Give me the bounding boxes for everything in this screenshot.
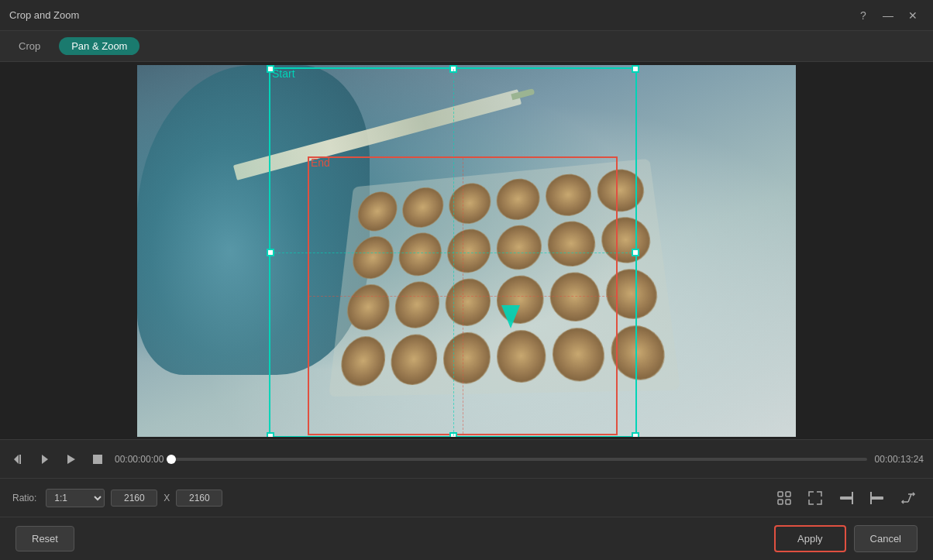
title-bar-right: ? — ✕ <box>852 5 924 26</box>
well-1 <box>356 190 398 232</box>
playback-bar: 00:00:00:00 00:00:13:24 <box>0 439 933 478</box>
well-plate <box>329 158 680 396</box>
align-right-button[interactable] <box>834 487 859 509</box>
well-18 <box>604 267 660 320</box>
svg-rect-7 <box>778 500 783 504</box>
svg-rect-11 <box>871 496 883 500</box>
help-button[interactable]: ? <box>852 5 874 26</box>
well-9 <box>446 227 491 273</box>
title-bar-left: Crop and Zoom <box>9 9 79 21</box>
timeline-thumb[interactable] <box>167 455 176 464</box>
glove-shape <box>137 65 370 375</box>
well-3 <box>448 181 491 225</box>
svg-rect-6 <box>786 492 790 496</box>
fit-to-frame-button[interactable] <box>772 487 797 509</box>
align-left-button[interactable] <box>865 487 890 509</box>
well-6 <box>595 167 646 213</box>
well-14 <box>394 280 440 328</box>
controls-bar: Ratio: 1:1 16:9 4:3 9:16 Custom X <box>0 478 933 517</box>
well-12 <box>599 215 652 264</box>
svg-rect-1 <box>19 455 21 464</box>
well-22 <box>497 328 547 383</box>
ratio-label: Ratio: <box>12 493 36 503</box>
dimension-x-separator: X <box>164 493 170 503</box>
svg-line-15 <box>908 494 911 502</box>
reset-button[interactable]: Reset <box>15 526 74 551</box>
well-21 <box>442 331 491 383</box>
well-24 <box>608 324 667 380</box>
well-11 <box>547 219 597 267</box>
step-back-button[interactable] <box>9 450 28 469</box>
well-23 <box>552 327 606 382</box>
svg-rect-8 <box>786 500 790 504</box>
window-title: Crop and Zoom <box>9 9 79 21</box>
timeline-track[interactable] <box>171 458 866 461</box>
well-20 <box>390 333 439 385</box>
svg-rect-5 <box>778 492 783 496</box>
svg-marker-0 <box>14 455 19 464</box>
cancel-button[interactable]: Cancel <box>854 525 918 552</box>
height-input[interactable] <box>176 490 222 507</box>
tab-pan-zoom[interactable]: Pan & Zoom <box>59 37 139 55</box>
tabs-bar: Crop Pan & Zoom <box>0 31 933 62</box>
well-17 <box>549 270 601 321</box>
well-4 <box>497 177 541 222</box>
well-8 <box>398 231 442 277</box>
svg-marker-3 <box>67 455 75 464</box>
svg-rect-9 <box>840 496 852 500</box>
cyan-arrow-icon <box>501 305 520 328</box>
current-time: 00:00:00:00 <box>115 454 164 465</box>
action-bar: Reset Apply Cancel <box>0 517 933 560</box>
action-right: Apply Cancel <box>774 525 918 552</box>
ratio-select[interactable]: 1:1 16:9 4:3 9:16 Custom <box>46 489 105 507</box>
width-input[interactable] <box>111 490 157 507</box>
well-10 <box>497 223 543 270</box>
well-5 <box>545 172 592 218</box>
well-13 <box>345 283 391 331</box>
title-bar: Crop and Zoom ? — ✕ <box>0 0 933 31</box>
video-frame: End Start <box>137 65 796 437</box>
well-2 <box>401 185 444 228</box>
svg-marker-2 <box>42 455 48 464</box>
expand-button[interactable] <box>803 487 828 509</box>
well-15 <box>444 277 491 327</box>
minimize-button[interactable]: — <box>877 5 899 26</box>
swap-button[interactable] <box>896 487 921 509</box>
svg-rect-4 <box>93 455 102 464</box>
end-time: 00:00:13:24 <box>875 454 924 465</box>
close-button[interactable]: ✕ <box>902 5 924 26</box>
canvas-area: End Start <box>0 62 933 439</box>
apply-button[interactable]: Apply <box>774 525 846 552</box>
play-button[interactable] <box>62 450 81 469</box>
stop-button[interactable] <box>88 450 107 469</box>
step-forward-button[interactable] <box>36 450 54 469</box>
well-7 <box>350 235 395 280</box>
well-19 <box>339 335 387 387</box>
tab-crop[interactable]: Crop <box>12 37 46 55</box>
